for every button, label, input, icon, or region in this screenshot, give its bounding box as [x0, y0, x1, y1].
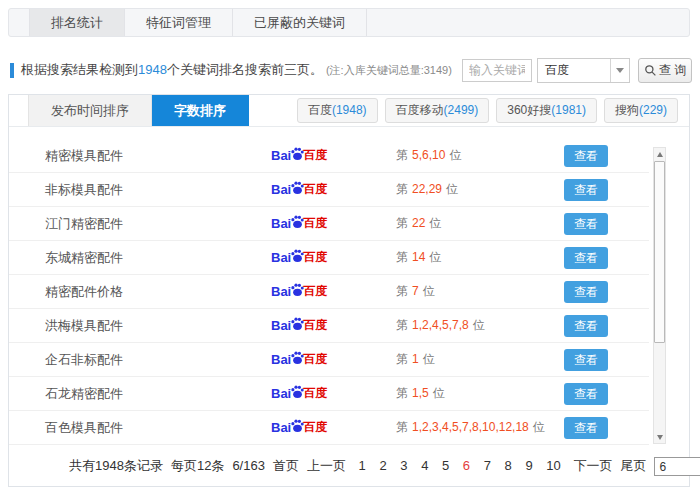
- baidu-logo-text-bai: Bai: [271, 386, 291, 401]
- baidu-logo-text-du: 百度: [303, 181, 327, 198]
- engine-filter-name: 百度移动: [396, 103, 444, 117]
- scrollbar-thumb[interactable]: [654, 161, 665, 343]
- keyword-label: 企石非标配件: [45, 343, 123, 376]
- top-tab-bar: 排名统计 特征词管理 已屏蔽的关键词: [8, 8, 690, 37]
- baidu-logo-text-bai: Bai: [271, 148, 291, 163]
- page-number[interactable]: 9: [525, 458, 532, 473]
- summary-suffix: 个关键词排名搜索前三页。: [167, 62, 323, 77]
- rank-cell: 第7位: [396, 275, 435, 308]
- table-row: 江门精密配件 Bai 百度 第22位 查看: [9, 207, 649, 241]
- view-button[interactable]: 查看: [564, 213, 608, 235]
- top-tab[interactable]: 排名统计: [29, 9, 125, 36]
- last-page-link[interactable]: 尾页: [620, 458, 646, 473]
- keyword-label: 精密配件价格: [45, 275, 123, 308]
- rank-suffix: 位: [449, 148, 461, 162]
- page-number[interactable]: 8: [505, 458, 512, 473]
- chevron-down-icon[interactable]: [610, 59, 629, 82]
- engine-filter-button[interactable]: 搜狗(229): [604, 98, 678, 123]
- summary-block: 根据搜索结果检测到1948个关键词排名搜索前三页。(注:入库关键词总量:3149…: [10, 61, 452, 79]
- pagination: 共有1948条记录每页12条6/163首页上一页 1 2 3 4 5 6 7 8…: [9, 456, 689, 478]
- baidu-logo-text-du: 百度: [303, 249, 327, 266]
- view-button[interactable]: 查看: [564, 179, 608, 201]
- baidu-logo-text-du: 百度: [303, 215, 327, 232]
- table-row: 石龙精密配件 Bai 百度 第1,5位 查看: [9, 377, 649, 411]
- engine-filter-name: 百度: [308, 103, 332, 117]
- engine-filter-count: (229): [639, 103, 667, 117]
- baidu-logo: Bai 百度: [271, 173, 327, 206]
- rank-numbers: 1,5: [412, 386, 429, 400]
- rank-numbers: 14: [412, 250, 425, 264]
- top-tab[interactable]: 已屏蔽的关键词: [233, 9, 367, 36]
- rank-numbers: 22: [412, 216, 425, 230]
- view-button[interactable]: 查看: [564, 417, 608, 439]
- search-button-label: 查 询: [659, 62, 686, 79]
- accent-bar: [10, 63, 14, 78]
- rank-suffix: 位: [533, 420, 545, 434]
- page-number[interactable]: 4: [421, 458, 428, 473]
- page-number[interactable]: 3: [400, 458, 407, 473]
- page-number[interactable]: 1: [359, 458, 366, 473]
- first-page-link[interactable]: 首页: [273, 458, 299, 473]
- rank-numbers: 1,2,3,4,5,7,8,10,12,18: [412, 420, 529, 434]
- view-button[interactable]: 查看: [564, 349, 608, 371]
- view-button[interactable]: 查看: [564, 145, 608, 167]
- keyword-count: 1948: [138, 62, 167, 77]
- rank-numbers: 7: [412, 284, 419, 298]
- engine-select[interactable]: 百度: [537, 58, 630, 83]
- page-number[interactable]: 2: [379, 458, 386, 473]
- view-button[interactable]: 查看: [564, 383, 608, 405]
- engine-filter-name: 360好搜: [507, 103, 551, 117]
- engine-filter-count: (2499): [444, 103, 479, 117]
- prev-page-link[interactable]: 上一页: [307, 458, 346, 473]
- next-page-link[interactable]: 下一页: [573, 458, 612, 473]
- baidu-logo-text-bai: Bai: [271, 284, 291, 299]
- scroll-down-icon[interactable]: [654, 431, 665, 443]
- keyword-label: 江门精密配件: [45, 207, 123, 240]
- note-text: (注:入库关键词总量:3149): [326, 64, 452, 76]
- jump-page-input[interactable]: [654, 457, 700, 476]
- baidu-logo: Bai 百度: [271, 343, 327, 376]
- rank-prefix: 第: [396, 386, 408, 400]
- sort-tab[interactable]: 字数排序: [152, 95, 249, 126]
- sort-tab-bar: 发布时间排序 字数排序: [28, 95, 249, 126]
- keyword-label: 东城精密配件: [45, 241, 123, 274]
- view-button[interactable]: 查看: [564, 281, 608, 303]
- engine-filter-button[interactable]: 360好搜(1981): [496, 98, 597, 123]
- scroll-up-icon[interactable]: [654, 148, 665, 160]
- page-list: 1 2 3 4 5 6 7 8 9 10: [350, 458, 569, 473]
- rank-suffix: 位: [446, 182, 458, 196]
- view-button[interactable]: 查看: [564, 247, 608, 269]
- scrollbar[interactable]: [653, 147, 666, 444]
- keyword-label: 洪梅模具配件: [45, 309, 123, 342]
- engine-filter-count: (1981): [551, 103, 586, 117]
- keyword-label: 精密模具配件: [45, 139, 123, 172]
- search-controls: 百度 查 询: [462, 58, 692, 83]
- engine-filter-button[interactable]: 百度(1948): [297, 98, 378, 123]
- page-number[interactable]: 6: [463, 458, 470, 473]
- baidu-logo-text-bai: Bai: [271, 182, 291, 197]
- baidu-logo-text-du: 百度: [303, 283, 327, 300]
- baidu-logo: Bai 百度: [271, 207, 327, 240]
- table-row: 东城精密配件 Bai 百度 第14位 查看: [9, 241, 649, 275]
- rank-prefix: 第: [396, 216, 408, 230]
- rank-cell: 第1位: [396, 343, 435, 376]
- engine-filter-button[interactable]: 百度移动(2499): [385, 98, 490, 123]
- search-input[interactable]: [462, 59, 532, 82]
- engine-filter-bar: 百度(1948) 百度移动(2499) 360好搜(1981) 搜狗(229): [290, 95, 689, 126]
- sort-tab[interactable]: 发布时间排序: [28, 95, 152, 126]
- page-number[interactable]: 5: [442, 458, 449, 473]
- baidu-logo-text-du: 百度: [303, 419, 327, 436]
- records-total: 共有1948条记录: [69, 458, 163, 473]
- top-tab[interactable]: 特征词管理: [125, 9, 233, 36]
- page-number[interactable]: 10: [546, 458, 560, 473]
- view-button[interactable]: 查看: [564, 315, 608, 337]
- page-number[interactable]: 7: [484, 458, 491, 473]
- rank-numbers: 1: [412, 352, 419, 366]
- summary-text: 根据搜索结果检测到1948个关键词排名搜索前三页。(注:入库关键词总量:3149…: [21, 61, 452, 79]
- table-row: 精密配件价格 Bai 百度 第7位 查看: [9, 275, 649, 309]
- search-button[interactable]: 查 询: [638, 58, 692, 83]
- info-row: 根据搜索结果检测到1948个关键词排名搜索前三页。(注:入库关键词总量:3149…: [10, 56, 692, 84]
- baidu-logo-text-du: 百度: [303, 351, 327, 368]
- baidu-logo-text-bai: Bai: [271, 352, 291, 367]
- keyword-table: 精密模具配件 Bai 百度 第5,6,10位 查看 非标模具配件 Bai: [9, 139, 649, 445]
